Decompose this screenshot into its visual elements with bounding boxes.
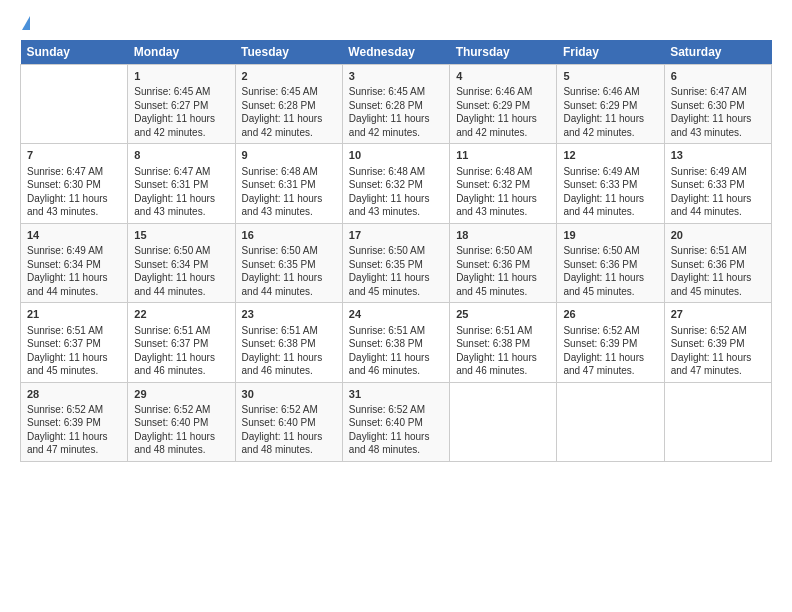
sunrise-text: Sunrise: 6:50 AM xyxy=(349,244,443,258)
sunrise-text: Sunrise: 6:52 AM xyxy=(134,403,228,417)
sunrise-text: Sunrise: 6:46 AM xyxy=(456,85,550,99)
daylight-text: Daylight: 11 hours and 46 minutes. xyxy=(242,351,336,378)
day-number: 24 xyxy=(349,307,443,322)
daylight-text: Daylight: 11 hours and 43 minutes. xyxy=(242,192,336,219)
sunset-text: Sunset: 6:29 PM xyxy=(456,99,550,113)
sunrise-text: Sunrise: 6:52 AM xyxy=(27,403,121,417)
sunrise-text: Sunrise: 6:52 AM xyxy=(349,403,443,417)
week-row-3: 21Sunrise: 6:51 AMSunset: 6:37 PMDayligh… xyxy=(21,303,772,382)
day-number: 3 xyxy=(349,69,443,84)
day-number: 13 xyxy=(671,148,765,163)
calendar-cell: 27Sunrise: 6:52 AMSunset: 6:39 PMDayligh… xyxy=(664,303,771,382)
sunset-text: Sunset: 6:37 PM xyxy=(27,337,121,351)
daylight-text: Daylight: 11 hours and 45 minutes. xyxy=(456,271,550,298)
week-row-1: 7Sunrise: 6:47 AMSunset: 6:30 PMDaylight… xyxy=(21,144,772,223)
sunrise-text: Sunrise: 6:48 AM xyxy=(456,165,550,179)
day-number: 26 xyxy=(563,307,657,322)
sunrise-text: Sunrise: 6:48 AM xyxy=(349,165,443,179)
daylight-text: Daylight: 11 hours and 45 minutes. xyxy=(27,351,121,378)
day-number: 29 xyxy=(134,387,228,402)
day-number: 4 xyxy=(456,69,550,84)
calendar-cell: 18Sunrise: 6:50 AMSunset: 6:36 PMDayligh… xyxy=(450,223,557,302)
sunrise-text: Sunrise: 6:47 AM xyxy=(134,165,228,179)
sunrise-text: Sunrise: 6:50 AM xyxy=(242,244,336,258)
sunrise-text: Sunrise: 6:51 AM xyxy=(242,324,336,338)
daylight-text: Daylight: 11 hours and 43 minutes. xyxy=(27,192,121,219)
daylight-text: Daylight: 11 hours and 48 minutes. xyxy=(134,430,228,457)
calendar-cell: 19Sunrise: 6:50 AMSunset: 6:36 PMDayligh… xyxy=(557,223,664,302)
day-number: 16 xyxy=(242,228,336,243)
calendar-cell: 25Sunrise: 6:51 AMSunset: 6:38 PMDayligh… xyxy=(450,303,557,382)
sunrise-text: Sunrise: 6:50 AM xyxy=(563,244,657,258)
sunset-text: Sunset: 6:30 PM xyxy=(671,99,765,113)
calendar-table: SundayMondayTuesdayWednesdayThursdayFrid… xyxy=(20,40,772,462)
calendar-cell: 6Sunrise: 6:47 AMSunset: 6:30 PMDaylight… xyxy=(664,65,771,144)
week-row-0: 1Sunrise: 6:45 AMSunset: 6:27 PMDaylight… xyxy=(21,65,772,144)
calendar-cell: 14Sunrise: 6:49 AMSunset: 6:34 PMDayligh… xyxy=(21,223,128,302)
day-number: 14 xyxy=(27,228,121,243)
calendar-cell: 2Sunrise: 6:45 AMSunset: 6:28 PMDaylight… xyxy=(235,65,342,144)
calendar-cell: 22Sunrise: 6:51 AMSunset: 6:37 PMDayligh… xyxy=(128,303,235,382)
sunrise-text: Sunrise: 6:49 AM xyxy=(671,165,765,179)
sunrise-text: Sunrise: 6:47 AM xyxy=(27,165,121,179)
day-number: 31 xyxy=(349,387,443,402)
sunset-text: Sunset: 6:36 PM xyxy=(671,258,765,272)
daylight-text: Daylight: 11 hours and 48 minutes. xyxy=(242,430,336,457)
sunrise-text: Sunrise: 6:52 AM xyxy=(242,403,336,417)
day-number: 15 xyxy=(134,228,228,243)
week-row-2: 14Sunrise: 6:49 AMSunset: 6:34 PMDayligh… xyxy=(21,223,772,302)
week-row-4: 28Sunrise: 6:52 AMSunset: 6:39 PMDayligh… xyxy=(21,382,772,461)
sunset-text: Sunset: 6:38 PM xyxy=(242,337,336,351)
calendar-cell: 26Sunrise: 6:52 AMSunset: 6:39 PMDayligh… xyxy=(557,303,664,382)
daylight-text: Daylight: 11 hours and 46 minutes. xyxy=(456,351,550,378)
sunset-text: Sunset: 6:34 PM xyxy=(27,258,121,272)
day-number: 22 xyxy=(134,307,228,322)
day-number: 2 xyxy=(242,69,336,84)
daylight-text: Daylight: 11 hours and 42 minutes. xyxy=(242,112,336,139)
daylight-text: Daylight: 11 hours and 44 minutes. xyxy=(27,271,121,298)
sunset-text: Sunset: 6:33 PM xyxy=(563,178,657,192)
calendar-cell: 13Sunrise: 6:49 AMSunset: 6:33 PMDayligh… xyxy=(664,144,771,223)
logo-triangle-icon xyxy=(22,16,30,30)
daylight-text: Daylight: 11 hours and 44 minutes. xyxy=(563,192,657,219)
daylight-text: Daylight: 11 hours and 43 minutes. xyxy=(456,192,550,219)
daylight-text: Daylight: 11 hours and 43 minutes. xyxy=(134,192,228,219)
calendar-cell: 16Sunrise: 6:50 AMSunset: 6:35 PMDayligh… xyxy=(235,223,342,302)
daylight-text: Daylight: 11 hours and 44 minutes. xyxy=(671,192,765,219)
day-header-friday: Friday xyxy=(557,40,664,65)
header xyxy=(20,16,772,30)
day-header-tuesday: Tuesday xyxy=(235,40,342,65)
sunrise-text: Sunrise: 6:45 AM xyxy=(134,85,228,99)
day-number: 20 xyxy=(671,228,765,243)
calendar-cell: 3Sunrise: 6:45 AMSunset: 6:28 PMDaylight… xyxy=(342,65,449,144)
daylight-text: Daylight: 11 hours and 42 minutes. xyxy=(349,112,443,139)
sunset-text: Sunset: 6:34 PM xyxy=(134,258,228,272)
sunset-text: Sunset: 6:35 PM xyxy=(242,258,336,272)
day-number: 18 xyxy=(456,228,550,243)
calendar-cell: 11Sunrise: 6:48 AMSunset: 6:32 PMDayligh… xyxy=(450,144,557,223)
calendar-cell: 31Sunrise: 6:52 AMSunset: 6:40 PMDayligh… xyxy=(342,382,449,461)
sunset-text: Sunset: 6:40 PM xyxy=(242,416,336,430)
calendar-cell: 12Sunrise: 6:49 AMSunset: 6:33 PMDayligh… xyxy=(557,144,664,223)
calendar-cell: 4Sunrise: 6:46 AMSunset: 6:29 PMDaylight… xyxy=(450,65,557,144)
calendar-cell: 15Sunrise: 6:50 AMSunset: 6:34 PMDayligh… xyxy=(128,223,235,302)
sunset-text: Sunset: 6:38 PM xyxy=(349,337,443,351)
day-number: 27 xyxy=(671,307,765,322)
header-row: SundayMondayTuesdayWednesdayThursdayFrid… xyxy=(21,40,772,65)
calendar-cell: 10Sunrise: 6:48 AMSunset: 6:32 PMDayligh… xyxy=(342,144,449,223)
calendar-cell: 30Sunrise: 6:52 AMSunset: 6:40 PMDayligh… xyxy=(235,382,342,461)
sunset-text: Sunset: 6:32 PM xyxy=(349,178,443,192)
calendar-cell: 1Sunrise: 6:45 AMSunset: 6:27 PMDaylight… xyxy=(128,65,235,144)
daylight-text: Daylight: 11 hours and 45 minutes. xyxy=(349,271,443,298)
sunset-text: Sunset: 6:39 PM xyxy=(27,416,121,430)
calendar-cell: 8Sunrise: 6:47 AMSunset: 6:31 PMDaylight… xyxy=(128,144,235,223)
day-number: 19 xyxy=(563,228,657,243)
page: SundayMondayTuesdayWednesdayThursdayFrid… xyxy=(0,0,792,612)
sunrise-text: Sunrise: 6:50 AM xyxy=(134,244,228,258)
daylight-text: Daylight: 11 hours and 47 minutes. xyxy=(563,351,657,378)
calendar-cell: 24Sunrise: 6:51 AMSunset: 6:38 PMDayligh… xyxy=(342,303,449,382)
calendar-cell: 29Sunrise: 6:52 AMSunset: 6:40 PMDayligh… xyxy=(128,382,235,461)
calendar-cell: 17Sunrise: 6:50 AMSunset: 6:35 PMDayligh… xyxy=(342,223,449,302)
sunset-text: Sunset: 6:39 PM xyxy=(671,337,765,351)
day-number: 1 xyxy=(134,69,228,84)
